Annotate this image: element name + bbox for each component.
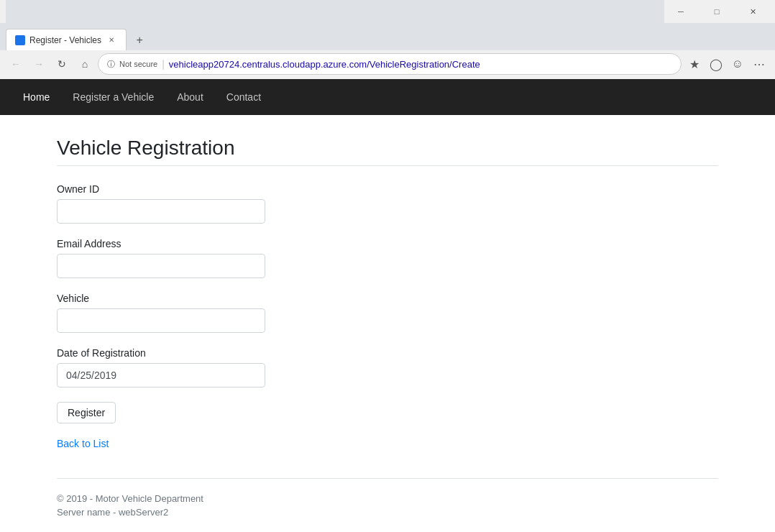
refresh-icon: ↻ — [58, 58, 66, 70]
page-divider — [57, 165, 718, 166]
back-button[interactable]: ← — [6, 54, 26, 74]
info-icon: ⓘ — [107, 59, 115, 70]
owner-id-input[interactable] — [57, 199, 265, 224]
forward-button[interactable]: → — [29, 54, 49, 74]
minimize-icon: ─ — [678, 7, 684, 16]
email-label: Email Address — [57, 238, 718, 249]
navbar: Home Register a Vehicle About Contact — [0, 79, 775, 115]
tab-close-icon[interactable]: ✕ — [106, 35, 117, 46]
new-tab-button[interactable]: + — [129, 30, 150, 50]
address-bar-row: ← → ↻ ⌂ ⓘ Not secure | vehicleapp20724.c… — [0, 50, 775, 79]
footer-divider — [57, 478, 718, 479]
nav-home[interactable]: Home — [12, 81, 61, 113]
security-label: Not secure — [119, 60, 157, 68]
nav-register[interactable]: Register a Vehicle — [61, 81, 165, 113]
home-button[interactable]: ⌂ — [75, 54, 95, 74]
minimize-button[interactable]: ─ — [664, 0, 697, 23]
owner-id-group: Owner ID — [57, 183, 718, 224]
email-group: Email Address — [57, 238, 718, 278]
menu-icon[interactable]: ⋯ — [749, 54, 769, 74]
email-input[interactable] — [57, 254, 265, 278]
vehicle-registration-form: Owner ID Email Address Vehicle Date of R… — [57, 183, 718, 438]
vehicle-group: Vehicle — [57, 293, 718, 333]
title-bar: ─ □ ✕ — [0, 0, 775, 23]
owner-id-label: Owner ID — [57, 183, 718, 195]
favorites-icon[interactable]: ★ — [684, 54, 705, 74]
refresh-button[interactable]: ↻ — [52, 54, 72, 74]
date-input[interactable]: 04/25/2019 — [57, 363, 265, 387]
footer-server: Server name - webServer2 — [57, 507, 718, 518]
date-group: Date of Registration 04/25/2019 — [57, 347, 718, 387]
home-icon: ⌂ — [82, 58, 88, 70]
page-content: Vehicle Registration Owner ID Email Addr… — [28, 115, 747, 532]
register-button[interactable]: Register — [57, 402, 116, 423]
close-button[interactable]: ✕ — [736, 0, 769, 23]
footer-copyright: © 2019 - Motor Vehicle Department — [57, 493, 718, 504]
nav-contact[interactable]: Contact — [215, 81, 272, 113]
url-text: vehicleapp20724.centralus.cloudapp.azure… — [169, 59, 672, 70]
browser-tab[interactable]: Register - Vehicles ✕ — [6, 29, 127, 50]
close-icon: ✕ — [750, 7, 756, 17]
smiley-icon[interactable]: ☺ — [728, 54, 748, 74]
toolbar-icons: ★ ◯ ☺ ⋯ — [684, 54, 769, 74]
back-to-list-link[interactable]: Back to List — [57, 438, 718, 449]
address-bar[interactable]: ⓘ Not secure | vehicleapp20724.centralus… — [98, 53, 682, 75]
forward-icon: → — [34, 58, 44, 70]
tab-favicon — [15, 35, 25, 45]
back-icon: ← — [11, 58, 21, 70]
profile-icon[interactable]: ◯ — [706, 54, 726, 74]
page-title: Vehicle Registration — [57, 137, 718, 160]
tab-title: Register - Vehicles — [29, 35, 101, 45]
restore-icon: □ — [715, 7, 720, 16]
vehicle-input[interactable] — [57, 308, 265, 333]
url-divider: | — [162, 58, 165, 70]
window-controls: ─ □ ✕ — [664, 0, 769, 23]
nav-about[interactable]: About — [165, 81, 215, 113]
tab-row — [6, 0, 664, 24]
date-label: Date of Registration — [57, 347, 718, 359]
restore-button[interactable]: □ — [700, 0, 733, 23]
vehicle-label: Vehicle — [57, 293, 718, 304]
